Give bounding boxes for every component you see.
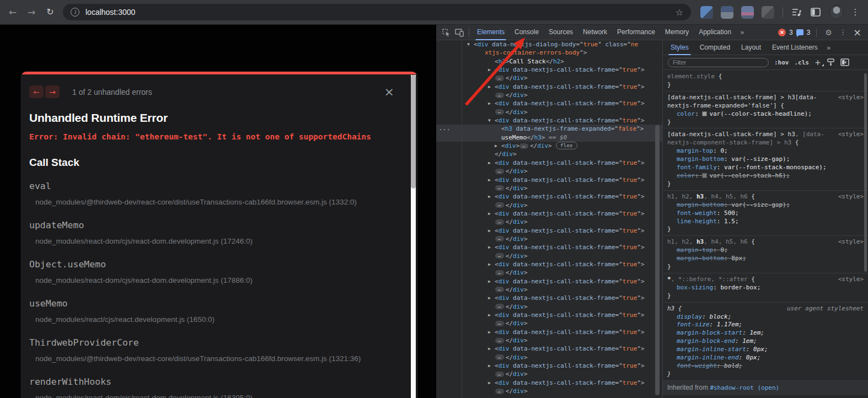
shadow-root-link[interactable]: #shadow-root (open)	[710, 384, 779, 391]
css-property[interactable]: line-height: 1.5;	[667, 218, 864, 226]
dom-tree-row[interactable]: …</div>	[436, 303, 662, 311]
css-rule[interactable]: <style>*, *::before, *::after {box-sizin…	[663, 273, 868, 303]
css-rule[interactable]: <style>[data-nextjs-call-stack-frame] > …	[663, 92, 868, 129]
dom-tree-row[interactable]: …</div>	[436, 74, 662, 82]
css-property[interactable]: margin-top: 0;	[667, 246, 864, 255]
forward-button[interactable]: →	[23, 4, 40, 20]
dom-tree-row[interactable]: <h3 data-nextjs-frame-expanded="false">	[436, 125, 662, 133]
new-style-rule-icon[interactable]: +	[815, 58, 821, 67]
rule-origin-link[interactable]: <style>	[838, 238, 864, 246]
collapsed-children-icon[interactable]: …	[495, 185, 504, 191]
collapsed-children-icon[interactable]: …	[495, 109, 504, 115]
extension-icon-2[interactable]	[721, 6, 733, 19]
dom-tree-row[interactable]: …</div>	[436, 387, 662, 395]
flex-badge[interactable]: flex	[556, 142, 577, 149]
color-swatch[interactable]	[702, 173, 707, 178]
next-error-button[interactable]: →	[45, 85, 60, 98]
devtools-close-icon[interactable]: ×	[851, 26, 865, 38]
devtools-tab-network[interactable]: Network	[578, 25, 612, 40]
css-rule[interactable]: <style>[data-nextjs-call-stack-frame] > …	[663, 128, 868, 190]
dom-tree-row[interactable]: …</div>	[436, 252, 662, 260]
rule-origin-link[interactable]: <style>	[838, 276, 864, 284]
dom-tree-row[interactable]: …</div>	[436, 319, 662, 327]
dom-tree-row[interactable]: <h2>Call Stack</h2>	[436, 57, 662, 66]
collapsed-children-icon[interactable]: …	[495, 76, 504, 81]
collapsed-children-icon[interactable]: …	[495, 321, 504, 326]
css-property[interactable]: font-family: var(--font-stack-monospace)…	[667, 164, 864, 172]
css-rule[interactable]: user agent stylesheeth3 {display: block;…	[663, 303, 868, 381]
selected-node-more-icon[interactable]: ...	[439, 125, 451, 131]
css-property[interactable]: margin-inline-end: 0px;	[667, 354, 864, 362]
devtools-tab-sources[interactable]: Sources	[544, 25, 578, 40]
devtools-menu-icon[interactable]: ⋮	[838, 28, 848, 36]
css-property[interactable]: margin-top: 0;	[667, 147, 864, 155]
dom-tree-row[interactable]: ▶<div data-nextjs-call-stack-frame="true…	[436, 176, 662, 184]
dom-tree-row[interactable]: …</div>	[436, 353, 662, 362]
dom-tree-row[interactable]: …</div>	[436, 91, 662, 99]
dom-tree-row[interactable]: …</div>	[436, 184, 662, 192]
css-rule[interactable]: @media (prefers-color-scheme: dark)<styl…	[663, 395, 868, 398]
dom-tree-row[interactable]: ▶<div data-nextjs-call-stack-frame="true…	[436, 362, 662, 370]
devtools-tab-application[interactable]: Application	[694, 25, 736, 40]
dialog-scrollbar[interactable]	[411, 75, 416, 398]
rule-origin-link[interactable]: <style>	[838, 131, 864, 139]
call-stack-frame[interactable]: Object.useMemonode_modules/react-dom/cjs…	[29, 259, 399, 284]
devtools-tab-performance[interactable]: Performance	[612, 25, 660, 40]
extension-icon-1[interactable]	[700, 6, 713, 19]
close-overlay-icon[interactable]: ×	[384, 87, 394, 98]
issues-count[interactable]: 3	[807, 29, 811, 36]
collapsed-children-icon[interactable]: …	[495, 236, 504, 241]
collapsed-children-icon[interactable]: …	[495, 93, 504, 98]
issues-icon[interactable]	[796, 29, 803, 35]
inspect-element-icon[interactable]	[440, 26, 453, 39]
console-error-count[interactable]: 3	[789, 29, 793, 36]
device-toolbar-icon[interactable]	[453, 26, 466, 39]
collapsed-children-icon[interactable]: …	[495, 389, 504, 394]
profile-avatar[interactable]	[829, 5, 844, 19]
dom-tree-row[interactable]: …</div>	[436, 370, 662, 378]
devtools-settings-icon[interactable]: ⚙	[823, 28, 834, 37]
dom-tree-row[interactable]: …</div>	[436, 108, 662, 116]
dom-tree-row[interactable]: ▶<div data-nextjs-call-stack-frame="true…	[436, 345, 662, 353]
collapsed-children-icon[interactable]: …	[495, 338, 504, 343]
call-stack-frame[interactable]: useMemonode_modules/react/cjs/react.deve…	[29, 298, 399, 324]
dom-tree-row[interactable]: xtjs-container-errors-body">	[436, 49, 662, 57]
dom-tree-row[interactable]: ▶<div data-nextjs-call-stack-frame="true…	[436, 277, 662, 286]
browser-menu-icon[interactable]: ⋮	[849, 7, 861, 17]
collapsed-children-icon[interactable]: …	[495, 169, 504, 174]
dom-tree-row[interactable]: ▼<div data-nextjs-dialog-body="true" cla…	[436, 40, 662, 49]
css-property[interactable]: margin-bottom: var(--size-gap);	[667, 155, 864, 164]
collapsed-children-icon[interactable]: …	[495, 372, 504, 377]
css-property[interactable]: display: block;	[667, 313, 864, 321]
dom-tree-row[interactable]: ▶<div data-nextjs-call-stack-frame="true…	[436, 243, 662, 251]
css-property[interactable]: margin-block-end: 1em;	[667, 337, 864, 346]
dom-tree-row[interactable]: …</div>	[436, 235, 662, 243]
css-property[interactable]: margin-block-start: 1em;	[667, 329, 864, 337]
url-text[interactable]: localhost:3000	[85, 8, 676, 17]
collapsed-children-icon[interactable]: …	[495, 304, 504, 309]
styles-tab-event-listeners[interactable]: Event Listeners	[767, 40, 823, 55]
bookmark-star-icon[interactable]: ☆	[676, 7, 683, 18]
collapsed-children-icon[interactable]: …	[495, 253, 504, 259]
computed-sidebar-toggle-icon[interactable]	[840, 58, 849, 66]
dom-tree-row[interactable]: ▶<div data-nextjs-call-stack-frame="true…	[436, 379, 662, 387]
devtools-tab-console[interactable]: Console	[510, 25, 544, 40]
rule-origin-link[interactable]: <style>	[838, 193, 864, 201]
media-controls-icon[interactable]	[789, 4, 805, 20]
dom-tree-row[interactable]: ▶<div data-nextjs-call-stack-frame="true…	[436, 260, 662, 268]
dom-tree-row[interactable]: …</div>	[436, 218, 662, 226]
side-panel-icon[interactable]	[807, 4, 824, 20]
collapsed-children-icon[interactable]: …	[495, 270, 504, 276]
collapsed-children-icon[interactable]: …	[519, 143, 528, 149]
dom-tree-row[interactable]: …</div>	[436, 336, 662, 345]
reload-button[interactable]: ↻	[42, 4, 58, 20]
css-property[interactable]: margin-bottom: 8px;	[667, 255, 864, 263]
css-property[interactable]: font-weight: bold;	[667, 362, 864, 370]
extension-icon-3[interactable]	[741, 6, 754, 19]
dialog-scrollbar-thumb[interactable]	[411, 75, 416, 189]
css-rule[interactable]: element.style {}	[663, 71, 868, 92]
collapsed-children-icon[interactable]: …	[495, 202, 504, 208]
css-rule[interactable]: <style>h1, h2, h3, h4, h5, h6 {margin-bo…	[663, 191, 868, 236]
dom-tree-row[interactable]: ▶<div data-nextjs-call-stack-frame="true…	[436, 99, 662, 107]
back-button[interactable]: ←	[4, 4, 21, 20]
